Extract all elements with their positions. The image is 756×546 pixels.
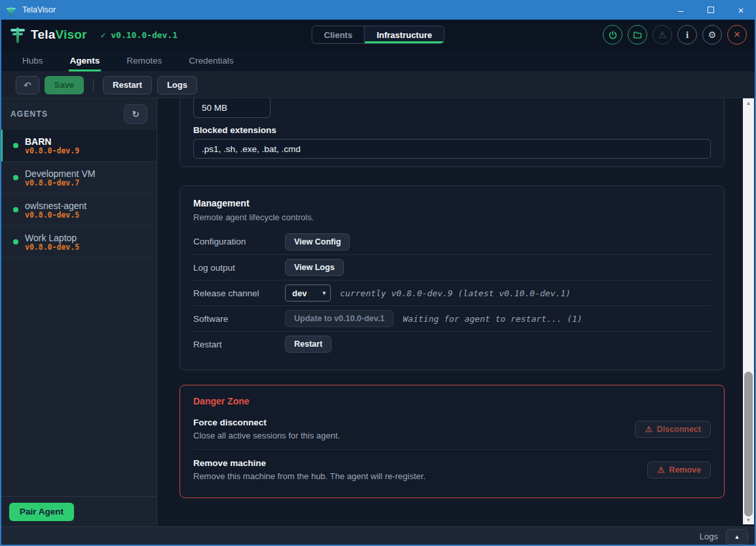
check-icon: ✓	[101, 30, 106, 40]
update-software-button[interactable]: Update to v0.10.0-dev.1	[285, 310, 394, 327]
minimize-button[interactable]: –	[666, 0, 696, 20]
agent-list-item-work-laptop[interactable]: Work Laptop v0.8.0-dev.5	[0, 226, 157, 258]
remove-button[interactable]: ⚠ Remove	[647, 461, 711, 478]
chevron-down-icon: ▾	[322, 290, 326, 296]
scroll-up-button[interactable]: ▲	[743, 98, 754, 107]
agents-sidebar: AGENTS ↻ BARN v0.8.0-dev.9 Development V…	[0, 98, 157, 526]
folder-icon	[633, 30, 643, 40]
blocked-extensions-label: Blocked extensions	[193, 125, 276, 135]
agent-version: v0.8.0-dev.5	[25, 243, 79, 252]
software-note: Waiting for agent to restart... (1)	[403, 314, 582, 324]
minimize-icon: –	[678, 5, 683, 16]
danger-zone-title: Danger Zone	[193, 396, 711, 406]
scrollbar[interactable]: ▲ ▼	[743, 98, 754, 524]
logs-button[interactable]: Logs	[157, 76, 197, 94]
brand: TelaVisor ✓ v0.10.0-dev.1	[10, 26, 178, 43]
scrollbar-thumb[interactable]	[744, 372, 753, 517]
software-label: Software	[193, 314, 285, 324]
sidebar-header: AGENTS ↻	[0, 98, 157, 130]
agent-version: v0.8.0-dev.7	[25, 179, 95, 187]
max-size-input[interactable]: 50 MB	[193, 98, 271, 118]
view-logs-button[interactable]: View Logs	[285, 259, 344, 276]
agent-list-item-barn[interactable]: BARN v0.8.0-dev.9	[0, 130, 157, 162]
configuration-label: Configuration	[193, 237, 285, 246]
agent-online-icon	[13, 239, 18, 244]
blocked-extensions-input[interactable]: .ps1, .sh, .exe, .bat, .cmd	[193, 139, 711, 159]
warning-icon: ⚠	[645, 424, 652, 434]
pair-agent-button[interactable]: Pair Agent	[9, 503, 74, 521]
alerts-button[interactable]: ⚠	[652, 25, 672, 45]
power-button[interactable]	[603, 25, 622, 45]
quit-button[interactable]: ×	[727, 25, 747, 45]
power-icon	[608, 30, 618, 40]
nav-tab-remotes[interactable]: Remotes	[125, 50, 163, 71]
view-config-button[interactable]: View Config	[285, 233, 350, 250]
gear-icon: ⚙	[708, 29, 717, 40]
disconnect-button-label: Disconnect	[657, 425, 701, 434]
maximize-button[interactable]	[696, 0, 726, 20]
settings-button[interactable]: ⚙	[702, 25, 722, 45]
window-titlebar: TelaVisor – ×	[0, 0, 756, 20]
remove-machine-title: Remove machine	[193, 458, 647, 468]
force-disconnect-desc: Close all active sessions for this agent…	[193, 431, 635, 440]
scroll-up-icon: ▲	[746, 100, 751, 106]
window-controls: – ×	[666, 0, 756, 20]
agent-version: v0.8.0-dev.9	[25, 147, 79, 155]
management-card: Management Remote agent lifecycle contro…	[180, 185, 725, 370]
remove-machine-row: Remove machine Remove this machine from …	[193, 449, 711, 490]
danger-zone-card: Danger Zone Force disconnect Close all a…	[180, 385, 725, 498]
nav-tab-agents[interactable]: Agents	[69, 50, 102, 71]
restart-agent-button[interactable]: Restart	[285, 336, 331, 353]
warning-icon: ⚠	[658, 29, 667, 40]
force-disconnect-texts: Force disconnect Close all active sessio…	[193, 418, 635, 440]
info-icon: i	[686, 29, 689, 41]
sidebar-title: AGENTS	[10, 109, 48, 119]
software-row: Software Update to v0.10.0-dev.1 Waiting…	[193, 305, 711, 331]
agent-version: v0.8.0-dev.5	[25, 211, 86, 220]
force-disconnect-row: Force disconnect Close all active sessio…	[193, 409, 711, 449]
nav-tab-credentials[interactable]: Credentials	[187, 50, 235, 71]
undo-icon: ↶	[24, 80, 31, 90]
version-badge: ✓ v0.10.0-dev.1	[101, 30, 178, 40]
scroll-down-icon: ▼	[746, 517, 751, 523]
log-output-label: Log output	[193, 263, 285, 273]
app-logo-icon	[7, 6, 13, 13]
agent-list-item-owlsnest-agent[interactable]: owlsnest-agent v0.8.0-dev.5	[0, 194, 157, 226]
scroll-down-button[interactable]: ▼	[743, 515, 754, 524]
agent-online-icon	[13, 175, 18, 180]
tab-clients[interactable]: Clients	[312, 26, 364, 43]
management-title: Management	[193, 198, 711, 208]
warning-icon: ⚠	[657, 465, 664, 475]
remove-button-label: Remove	[669, 465, 701, 475]
agent-online-icon	[13, 207, 18, 212]
folder-button[interactable]	[628, 25, 647, 45]
refresh-agents-button[interactable]: ↻	[124, 104, 147, 124]
logs-drawer-label: Logs	[700, 532, 718, 541]
sidebar-footer: Pair Agent	[0, 496, 157, 526]
quit-x-icon: ×	[734, 28, 740, 41]
agent-list-item-development-vm[interactable]: Development VM v0.8.0-dev.7	[0, 162, 157, 194]
primary-nav: Hubs Agents Remotes Credentials	[0, 50, 756, 72]
info-button[interactable]: i	[677, 25, 697, 45]
management-rows: Configuration View Config Log output Vie…	[193, 229, 711, 357]
disconnect-button[interactable]: ⚠ Disconnect	[635, 421, 711, 438]
refresh-icon: ↻	[132, 109, 140, 119]
save-button[interactable]: Save	[45, 76, 84, 94]
log-output-row: Log output View Logs	[193, 254, 711, 280]
brand-name: TelaVisor	[31, 28, 87, 42]
toolbar-separator	[93, 79, 94, 92]
release-channel-select[interactable]: dev ▾	[285, 284, 331, 302]
nav-tab-hubs[interactable]: Hubs	[21, 50, 45, 71]
toolbar: ↶ Save Restart Logs	[0, 72, 756, 98]
tab-infrastructure[interactable]: Infrastructure	[364, 26, 444, 43]
agent-name: Development VM	[25, 168, 95, 179]
close-button[interactable]: ×	[726, 0, 756, 20]
restart-button[interactable]: Restart	[103, 76, 152, 94]
view-switcher: Clients Infrastructure	[312, 26, 445, 44]
logs-drawer-toggle-button[interactable]: ▲	[726, 529, 748, 545]
transfer-settings-card: 50 MB Blocked extensions .ps1, .sh, .exe…	[180, 98, 725, 167]
agent-name: Work Laptop	[25, 233, 79, 243]
undo-button[interactable]: ↶	[16, 76, 39, 94]
brand-first: Tela	[31, 28, 55, 41]
force-disconnect-title: Force disconnect	[193, 418, 635, 427]
